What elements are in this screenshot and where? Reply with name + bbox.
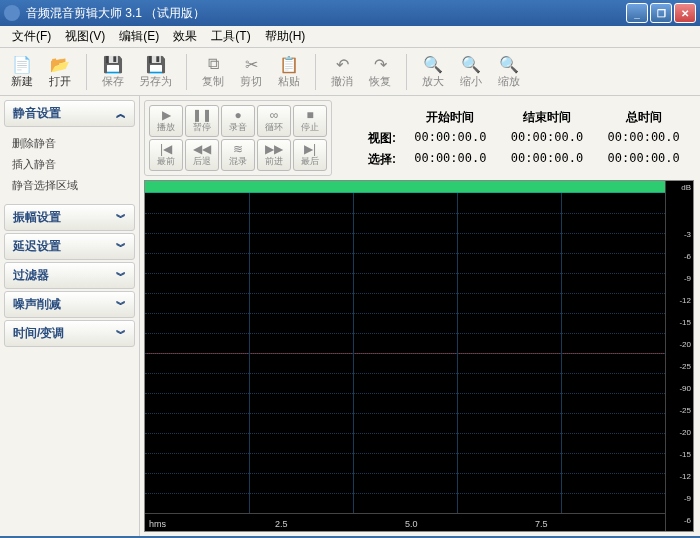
menu-tools[interactable]: 工具(T) xyxy=(205,26,256,47)
chevron-icon: ︾ xyxy=(116,269,126,283)
chevron-icon: ︾ xyxy=(116,240,126,254)
waveform-canvas[interactable]: hms 2.55.07.5 xyxy=(145,181,665,531)
db-tick: -6 xyxy=(684,516,691,525)
transport-icon: ∞ xyxy=(270,109,279,121)
zoomin-icon: 🔍 xyxy=(423,54,443,74)
copy-icon: ⧉ xyxy=(203,54,223,74)
col-total: 总时间 xyxy=(601,109,686,126)
panel-item[interactable]: 删除静音 xyxy=(12,133,127,154)
db-tick: -3 xyxy=(684,230,691,239)
new-button[interactable]: 📄新建 xyxy=(6,52,38,91)
save-button[interactable]: 💾保存 xyxy=(97,52,129,91)
menu-file[interactable]: 文件(F) xyxy=(6,26,57,47)
window-title: 音频混音剪辑大师 3.1 （试用版） xyxy=(26,5,626,22)
maximize-button[interactable]: ❐ xyxy=(650,3,672,23)
transport-controls: ▶播放❚❚暂停●录音∞循环■停止|◀最前◀◀后退≋混录▶▶前进▶|最后 xyxy=(144,100,332,176)
panel-item[interactable]: 插入静音 xyxy=(12,154,127,175)
panel-head-2[interactable]: 延迟设置︾ xyxy=(4,233,135,260)
panel-head-4[interactable]: 噪声削减︾ xyxy=(4,291,135,318)
db-tick: -12 xyxy=(679,472,691,481)
undo-button[interactable]: ↶撤消 xyxy=(326,52,358,91)
transport-icon: ■ xyxy=(306,109,313,121)
transport-最前[interactable]: |◀最前 xyxy=(149,139,183,171)
col-end: 结束时间 xyxy=(505,109,590,126)
panel-head-3[interactable]: 过滤器︾ xyxy=(4,262,135,289)
open-icon: 📂 xyxy=(50,54,70,74)
transport-最后[interactable]: ▶|最后 xyxy=(293,139,327,171)
select-total: 00:00:00.0 xyxy=(601,151,686,168)
db-label: dB xyxy=(681,183,691,192)
transport-暂停[interactable]: ❚❚暂停 xyxy=(185,105,219,137)
chevron-icon: ︾ xyxy=(116,298,126,312)
waveform-topbar xyxy=(145,181,665,193)
db-tick: -15 xyxy=(679,450,691,459)
row-view: 视图: xyxy=(348,130,396,147)
view-end: 00:00:00.0 xyxy=(505,130,590,147)
time-ruler[interactable]: hms 2.55.07.5 xyxy=(145,513,665,531)
undo-icon: ↶ xyxy=(332,54,352,74)
saveas-button[interactable]: 💾另存为 xyxy=(135,52,176,91)
transport-icon: ❚❚ xyxy=(192,109,212,121)
transport-录音[interactable]: ●录音 xyxy=(221,105,255,137)
db-tick: -15 xyxy=(679,318,691,327)
select-start: 00:00:00.0 xyxy=(408,151,493,168)
zoomout-button[interactable]: 🔍缩小 xyxy=(455,52,487,91)
menu-edit[interactable]: 编辑(E) xyxy=(113,26,165,47)
view-start: 00:00:00.0 xyxy=(408,130,493,147)
open-button[interactable]: 📂打开 xyxy=(44,52,76,91)
db-tick: -9 xyxy=(684,274,691,283)
transport-前进[interactable]: ▶▶前进 xyxy=(257,139,291,171)
col-start: 开始时间 xyxy=(408,109,493,126)
transport-播放[interactable]: ▶播放 xyxy=(149,105,183,137)
close-button[interactable]: ✕ xyxy=(674,3,696,23)
app-icon xyxy=(4,5,20,21)
row-select: 选择: xyxy=(348,151,396,168)
panel-head-5[interactable]: 时间/变调︾ xyxy=(4,320,135,347)
menu-view[interactable]: 视图(V) xyxy=(59,26,111,47)
ruler-tick: 7.5 xyxy=(535,519,548,529)
transport-icon: ≋ xyxy=(233,143,243,155)
toolbar-separator xyxy=(406,54,407,90)
chevron-icon: ︽ xyxy=(116,107,126,121)
titlebar: 音频混音剪辑大师 3.1 （试用版） _ ❐ ✕ xyxy=(0,0,700,26)
toolbar-separator xyxy=(186,54,187,90)
minimize-button[interactable]: _ xyxy=(626,3,648,23)
zoomfit-button[interactable]: 🔍缩放 xyxy=(493,52,525,91)
ruler-tick: 5.0 xyxy=(405,519,418,529)
db-tick: -25 xyxy=(679,406,691,415)
copy-button[interactable]: ⧉复制 xyxy=(197,52,229,91)
redo-button[interactable]: ↷恢复 xyxy=(364,52,396,91)
toolbar-separator xyxy=(86,54,87,90)
saveas-icon: 💾 xyxy=(146,54,166,74)
cut-icon: ✂ xyxy=(241,54,261,74)
toolbar-separator xyxy=(315,54,316,90)
db-tick: -6 xyxy=(684,252,691,261)
redo-icon: ↷ xyxy=(370,54,390,74)
panel-head-1[interactable]: 振幅设置︾ xyxy=(4,204,135,231)
chevron-icon: ︾ xyxy=(116,327,126,341)
transport-循环[interactable]: ∞循环 xyxy=(257,105,291,137)
select-end: 00:00:00.0 xyxy=(505,151,590,168)
db-tick: -9 xyxy=(684,494,691,503)
toolbar: 📄新建 📂打开 💾保存 💾另存为 ⧉复制 ✂剪切 📋粘贴 ↶撤消 ↷恢复 🔍放大… xyxy=(0,48,700,96)
transport-后退[interactable]: ◀◀后退 xyxy=(185,139,219,171)
transport-icon: ◀◀ xyxy=(193,143,211,155)
transport-停止[interactable]: ■停止 xyxy=(293,105,327,137)
db-tick: -20 xyxy=(679,340,691,349)
transport-混录[interactable]: ≋混录 xyxy=(221,139,255,171)
db-tick: -12 xyxy=(679,296,691,305)
transport-icon: ● xyxy=(234,109,241,121)
zoomfit-icon: 🔍 xyxy=(499,54,519,74)
menu-help[interactable]: 帮助(H) xyxy=(259,26,312,47)
panel-body-0: 删除静音插入静音静音选择区域 xyxy=(4,129,135,204)
db-scale: dB -3-6-9-12-15-20-25-90-25-20-15-12-9-6… xyxy=(665,181,693,531)
panel-head-0[interactable]: 静音设置︽ xyxy=(4,100,135,127)
db-tick: -25 xyxy=(679,362,691,371)
menu-effects[interactable]: 效果 xyxy=(167,26,203,47)
panel-item[interactable]: 静音选择区域 xyxy=(12,175,127,196)
paste-button[interactable]: 📋粘贴 xyxy=(273,52,305,91)
zoomin-button[interactable]: 🔍放大 xyxy=(417,52,449,91)
waveform-area[interactable]: hms 2.55.07.5 dB -3-6-9-12-15-20-25-90-2… xyxy=(144,180,694,532)
cut-button[interactable]: ✂剪切 xyxy=(235,52,267,91)
transport-icon: |◀ xyxy=(160,143,172,155)
